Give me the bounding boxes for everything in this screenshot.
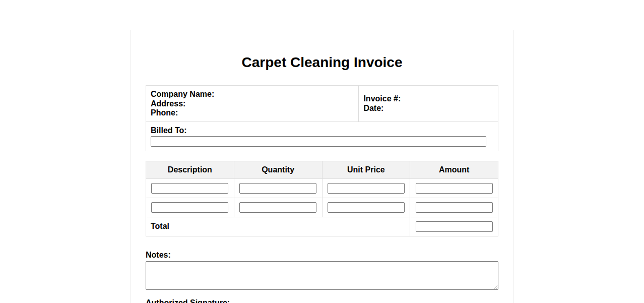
billed-to-row: Billed To: [146,122,498,151]
billed-to-input[interactable] [151,136,486,147]
invoice-meta-cell: Invoice #: Date: [359,86,498,122]
address-label: Address: [151,99,354,108]
item-2-unit-price-input[interactable] [328,202,405,213]
column-header-quantity: Quantity [234,161,322,178]
item-1-unit-price-cell [322,178,410,198]
total-amount-input[interactable] [416,221,493,232]
phone-label: Phone: [151,108,354,117]
item-2-quantity-input[interactable] [239,202,316,213]
items-header-row: Description Quantity Unit Price Amount [146,161,498,178]
billed-to-label: Billed To: [151,126,493,135]
column-header-amount: Amount [410,161,498,178]
item-2-amount-input[interactable] [416,202,493,213]
company-meta-row: Company Name: Address: Phone: Invoice #:… [146,86,498,122]
item-2-description-cell [146,198,234,217]
company-info-cell: Company Name: Address: Phone: [146,86,359,122]
item-row-2 [146,198,498,217]
item-1-quantity-cell [234,178,322,198]
notes-label: Notes: [146,251,498,260]
column-header-description: Description [146,161,234,178]
item-1-quantity-input[interactable] [239,183,316,194]
item-1-amount-input[interactable] [416,183,493,194]
invoice-card: Carpet Cleaning Invoice Company Name: Ad… [130,30,514,303]
date-label: Date: [363,104,493,113]
total-row: Total [146,217,498,236]
item-2-quantity-cell [234,198,322,217]
item-1-description-input[interactable] [151,183,228,194]
authorized-signature-label: Authorized Signature: [146,298,498,303]
item-2-description-input[interactable] [151,202,228,213]
page-title: Carpet Cleaning Invoice [146,54,498,71]
item-2-unit-price-cell [322,198,410,217]
invoice-number-label: Invoice #: [363,94,493,103]
company-info-table: Company Name: Address: Phone: Invoice #:… [146,85,498,151]
item-row-1 [146,178,498,198]
total-label: Total [146,217,410,236]
item-1-description-cell [146,178,234,198]
item-1-unit-price-input[interactable] [328,183,405,194]
column-header-unit-price: Unit Price [322,161,410,178]
item-1-amount-cell [410,178,498,198]
total-amount-cell [410,217,498,236]
line-items-table: Description Quantity Unit Price Amount [146,161,498,236]
billed-to-cell: Billed To: [146,122,498,151]
notes-textarea[interactable] [146,261,498,290]
company-name-label: Company Name: [151,90,354,99]
item-2-amount-cell [410,198,498,217]
